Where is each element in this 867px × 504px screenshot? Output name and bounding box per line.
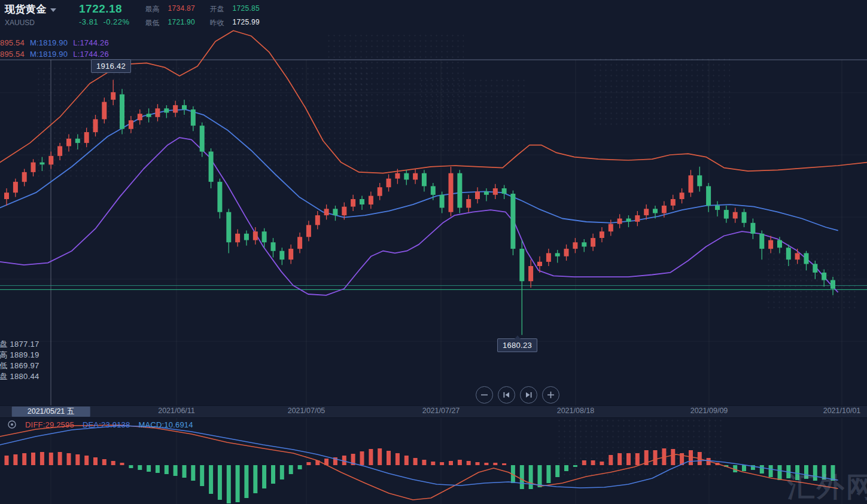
macd-hist-bar bbox=[93, 457, 98, 465]
macd-hist-bar bbox=[778, 465, 782, 480]
macd-hist-bar bbox=[538, 465, 542, 487]
macd-hist-bar bbox=[40, 452, 44, 465]
macd-hist-bar bbox=[653, 450, 658, 465]
macd-hist-bar bbox=[617, 453, 622, 465]
site-watermark: 汇外网 bbox=[787, 469, 867, 504]
macd-hist-bar bbox=[84, 456, 89, 465]
macd-hist-bar bbox=[129, 465, 133, 468]
readout-close: 收盘 1880.44 bbox=[0, 371, 39, 382]
stat-value-prev-close: 1725.99 bbox=[233, 18, 266, 28]
stat-value-low: 1721.90 bbox=[168, 18, 202, 28]
stat-value-high: 1734.87 bbox=[168, 4, 202, 14]
macd-hist-bar bbox=[520, 465, 524, 489]
macd-hist-bar bbox=[209, 465, 213, 494]
macd-hist-bar bbox=[404, 456, 409, 465]
macd-hist-bar bbox=[174, 465, 178, 476]
symbol-name: 现货黄金 bbox=[5, 2, 47, 16]
zoom-out-button[interactable] bbox=[476, 386, 493, 404]
x-axis: 2021/05/21 五2021/06/112021/07/052021/07/… bbox=[0, 405, 867, 418]
macd-hist-bar bbox=[609, 455, 613, 465]
readout-open: 开盘 1877.17 bbox=[0, 339, 39, 350]
macd-hist-bar bbox=[476, 462, 480, 465]
boll-legend-row-2: 895.54M:1819.90L:1744.26 bbox=[0, 50, 114, 59]
macd-hist-bar bbox=[671, 449, 675, 465]
macd-hist-bar bbox=[591, 460, 595, 465]
macd-hist-bar bbox=[298, 465, 302, 469]
price-stats: 最高 1734.87 开盘 1725.85 最低 1721.90 昨收 1725… bbox=[145, 4, 266, 28]
boll-upper-value: 895.54 bbox=[0, 38, 25, 47]
header: 现货黄金 XAUUSD 1722.18 -3.81 -0.22% 最高 1734… bbox=[5, 2, 266, 29]
zoom-in-button[interactable] bbox=[542, 386, 559, 404]
skip-to-end-button[interactable] bbox=[520, 386, 537, 404]
macd-hist-bar bbox=[102, 459, 107, 465]
macd-hist-bar bbox=[58, 452, 62, 465]
macd-hist-bar bbox=[191, 465, 195, 481]
macd-hist-bar bbox=[280, 465, 284, 479]
boll-legend-row-1: 895.54M:1819.90L:1744.26 bbox=[0, 38, 114, 47]
readout-high: 最高 1889.19 bbox=[0, 350, 39, 361]
low-price-annotation: 1680.23 bbox=[497, 338, 537, 352]
macd-hist-bar bbox=[396, 453, 400, 465]
macd-hist-bar bbox=[236, 465, 240, 502]
macd-hist-bar bbox=[449, 461, 453, 465]
symbol-selector[interactable]: 现货黄金 bbox=[5, 2, 56, 16]
macd-hist-bar bbox=[555, 465, 559, 477]
price-change: -3.81 -0.22% bbox=[79, 17, 130, 26]
boll-upper-band-line bbox=[0, 30, 867, 173]
x-axis-label: 2021/09/09 bbox=[690, 407, 728, 415]
macd-hist-bar bbox=[111, 461, 115, 465]
macd-hist-bar bbox=[289, 465, 293, 474]
macd-hist-bar bbox=[156, 465, 160, 473]
macd-hist-bar bbox=[218, 465, 222, 500]
trading-app: { "header": { "symbol_name": "现货黄金", "sy… bbox=[0, 0, 867, 504]
chevron-down-icon bbox=[50, 8, 56, 12]
macd-hist-bar bbox=[165, 465, 169, 474]
skip-to-start-button[interactable] bbox=[498, 386, 515, 404]
macd-hist-bar bbox=[67, 453, 71, 465]
macd-hist-bar bbox=[360, 451, 364, 465]
macd-hist-bar bbox=[546, 465, 550, 483]
macd-hist-bar bbox=[529, 465, 533, 489]
chart-controls bbox=[476, 386, 559, 404]
macd-hist-bar bbox=[227, 465, 231, 503]
macd-hist-bar bbox=[147, 465, 151, 472]
stat-label-high: 最高 bbox=[145, 4, 160, 14]
boll-middle-value: M:1819.90 bbox=[30, 50, 68, 59]
macd-hist-bar bbox=[635, 453, 640, 465]
macd-hist-bar bbox=[742, 465, 746, 471]
annotation-pointer bbox=[515, 335, 521, 339]
x-axis-label: 2021/08/18 bbox=[557, 407, 595, 415]
stat-label-open: 开盘 bbox=[210, 4, 224, 14]
macd-hist-bar bbox=[200, 465, 204, 486]
crosshair-ohlc-panel: 开盘 1877.17 最高 1889.19 最低 1869.97 收盘 1880… bbox=[0, 339, 39, 382]
indicator-settings-icon[interactable] bbox=[7, 420, 17, 429]
last-price: 1722.18 bbox=[79, 2, 130, 16]
symbol-code: XAUUSD bbox=[5, 19, 56, 27]
macd-hist-bar bbox=[422, 460, 426, 465]
macd-hist-bar bbox=[378, 448, 382, 465]
macd-hist-bar bbox=[120, 463, 124, 465]
macd-hist-bar bbox=[573, 465, 577, 467]
macd-hist-bar bbox=[502, 463, 506, 465]
boll-lower-value: L:1744.26 bbox=[73, 50, 109, 59]
high-price-annotation: 1916.42 bbox=[91, 59, 131, 73]
macd-hist-bar bbox=[13, 454, 17, 465]
minus-icon bbox=[480, 391, 488, 399]
macd-hist-bar bbox=[387, 451, 391, 465]
macd-hist-bar bbox=[182, 465, 187, 478]
macd-hist-bar bbox=[484, 463, 488, 465]
macd-header: DIFF:29.2595 DEA:23.9138 MACD:10.6914 bbox=[7, 420, 193, 429]
boll-middle-band-line bbox=[0, 109, 838, 230]
macd-hist-bar bbox=[431, 462, 435, 465]
x-axis-label: 2021/06/11 bbox=[158, 407, 195, 415]
skip-start-icon bbox=[503, 391, 510, 399]
stat-label-low: 最低 bbox=[145, 18, 160, 28]
macd-hist-bar bbox=[306, 462, 311, 465]
macd-hist-bar bbox=[564, 465, 568, 471]
macd-hist-bar bbox=[138, 465, 142, 470]
stat-value-open: 1725.85 bbox=[233, 4, 266, 14]
plus-icon bbox=[547, 391, 555, 399]
macd-hist-bar bbox=[413, 458, 418, 465]
macd-hist-bar bbox=[271, 465, 275, 484]
macd-hist-bar bbox=[458, 460, 462, 465]
